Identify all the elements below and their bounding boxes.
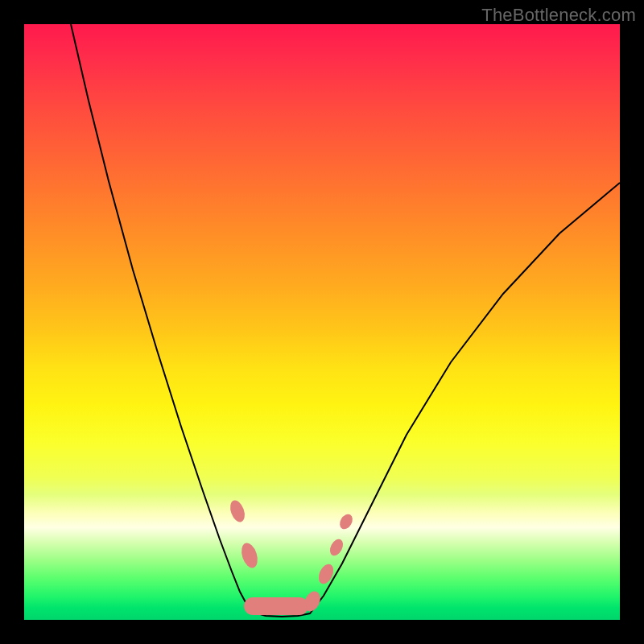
- curve-svg: [24, 24, 620, 620]
- marker-right-lower: [316, 562, 336, 586]
- data-point-markers: [228, 498, 355, 615]
- plot-area: [24, 24, 620, 620]
- marker-right-mid: [328, 537, 346, 558]
- marker-left-lower: [238, 541, 260, 570]
- watermark-label: TheBottleneck.com: [481, 5, 636, 26]
- chart-frame: TheBottleneck.com: [0, 0, 644, 644]
- marker-left-upper: [228, 498, 248, 524]
- marker-floor-blob-rect: [244, 597, 308, 615]
- marker-right-upper: [337, 512, 355, 531]
